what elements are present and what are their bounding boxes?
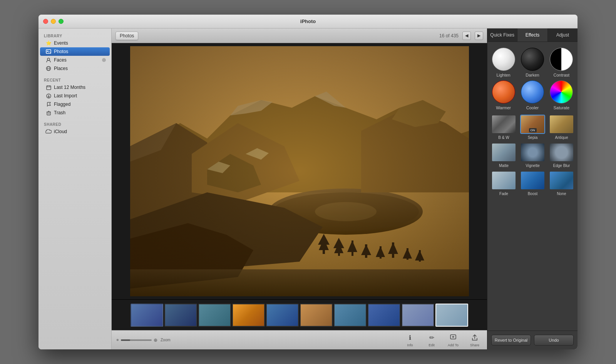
- filmstrip-thumb[interactable]: [266, 304, 299, 327]
- revert-button[interactable]: Revert to Original: [491, 335, 531, 346]
- filmstrip-thumb[interactable]: [402, 304, 434, 327]
- saturate-ball: [550, 80, 573, 104]
- darken-ball: [521, 48, 544, 71]
- filmstrip-thumb[interactable]: [334, 304, 367, 327]
- edit-button[interactable]: ✏ Edit: [424, 333, 439, 347]
- effect-saturate[interactable]: Saturate: [549, 80, 574, 110]
- filter-sepia-label: Sepia: [528, 135, 538, 140]
- sidebar-item-places[interactable]: Places: [40, 64, 110, 73]
- sidebar-item-icloud[interactable]: iCloud: [40, 127, 110, 136]
- info-icon: ℹ: [405, 333, 415, 342]
- sidebar-item-events[interactable]: ⭐ Events: [40, 39, 110, 47]
- filter-boost[interactable]: Boost: [520, 171, 545, 196]
- window-title: iPhoto: [300, 18, 316, 24]
- effect-cooler[interactable]: Cooler: [520, 80, 544, 110]
- next-photo-button[interactable]: ▶: [475, 32, 483, 40]
- filter-antique[interactable]: Antique: [549, 115, 574, 140]
- flag-icon: [45, 101, 52, 107]
- zoom-control: ⊕ ⊕: [116, 337, 157, 343]
- effect-lighten[interactable]: Lighten: [491, 48, 516, 77]
- effect-warmer[interactable]: Warmer: [491, 80, 516, 110]
- filmstrip-thumb[interactable]: [368, 304, 400, 327]
- filter-matte-thumb: [491, 143, 516, 162]
- tab-adjust[interactable]: Adjust: [548, 28, 578, 42]
- filmstrip: [112, 299, 487, 330]
- filter-matte-label: Matte: [499, 164, 509, 168]
- filmstrip-thumb[interactable]: [300, 304, 333, 327]
- sidebar-item-lastimport[interactable]: Last Import: [40, 92, 110, 100]
- minimize-button[interactable]: [51, 19, 56, 24]
- sidebar-item-last12months[interactable]: Last 12 Months: [40, 83, 110, 92]
- filter-boost-label: Boost: [528, 192, 538, 196]
- svg-rect-12: [47, 112, 50, 115]
- effect-contrast[interactable]: Contrast: [549, 48, 574, 77]
- svg-rect-6: [47, 86, 51, 90]
- sidebar-item-photos[interactable]: Photos: [40, 47, 110, 56]
- addto-button[interactable]: Add To: [445, 333, 461, 347]
- filter-antique-label: Antique: [555, 135, 568, 140]
- addto-label: Add To: [448, 343, 459, 347]
- right-panel: Quick Fixes Effects Adjust Lighten: [487, 28, 578, 349]
- cloud-icon: [45, 129, 52, 135]
- filter-vignette[interactable]: Vignette: [520, 143, 545, 168]
- close-button[interactable]: [43, 19, 48, 24]
- share-label: Share: [470, 343, 479, 347]
- filmstrip-thumb-active[interactable]: [435, 304, 468, 327]
- shared-section-label: SHARED: [38, 120, 111, 127]
- zoom-label: Zoom: [161, 338, 171, 342]
- photos-tab[interactable]: Photos: [116, 32, 138, 40]
- import-icon: [45, 93, 52, 99]
- share-button[interactable]: Share: [467, 333, 482, 347]
- cooler-label: Cooler: [526, 105, 539, 110]
- filmstrip-thumb[interactable]: [232, 304, 265, 327]
- filter-edgeblur[interactable]: Edge Blur: [549, 143, 574, 168]
- zoom-min-icon: ⊕: [116, 338, 119, 342]
- filter-sepia[interactable]: ON Sepia: [520, 115, 545, 140]
- info-label: Info: [407, 343, 413, 347]
- star-icon: ⭐: [45, 40, 52, 46]
- sidebar-item-faces[interactable]: Faces: [40, 56, 110, 64]
- iphoto-window: iPhoto LIBRARY ⭐ Events Photos Faces: [38, 15, 578, 349]
- filter-fade[interactable]: Fade: [491, 171, 516, 196]
- filter-none-thumb: [549, 171, 574, 190]
- filter-bw-thumb: [491, 115, 516, 134]
- effect-darken[interactable]: Darken: [520, 48, 544, 77]
- tab-quickfixes[interactable]: Quick Fixes: [487, 28, 517, 42]
- zoom-slider[interactable]: [121, 339, 152, 341]
- filmstrip-thumb[interactable]: [131, 304, 163, 327]
- sidebar-item-label: Trash: [54, 110, 65, 115]
- sidebar-item-flagged[interactable]: Flagged: [40, 100, 110, 109]
- person-icon: [45, 57, 52, 63]
- filter-edgeblur-label: Edge Blur: [553, 164, 570, 168]
- maximize-button[interactable]: [59, 19, 64, 24]
- warmer-label: Warmer: [496, 105, 511, 110]
- photo-toolbar: Photos 16 of 435 ◀ ▶: [112, 28, 487, 43]
- filter-grid: B & W ON Sepia: [491, 115, 574, 196]
- library-section-label: LIBRARY: [38, 32, 111, 39]
- filter-none[interactable]: None: [549, 171, 574, 196]
- filter-matte[interactable]: Matte: [491, 143, 516, 168]
- next-arrow-icon: ▶: [477, 33, 480, 38]
- panel-content: Lighten Darken Contrast Warmer: [487, 42, 578, 331]
- sidebar-item-trash[interactable]: Trash: [40, 109, 110, 117]
- addto-icon: [449, 333, 458, 342]
- calendar-icon: [45, 84, 52, 90]
- panel-bottom: Revert to Original Undo: [487, 331, 578, 349]
- photo-icon: [45, 48, 52, 55]
- cooler-ball: [521, 80, 544, 104]
- prev-arrow-icon: ◀: [465, 33, 468, 38]
- prev-photo-button[interactable]: ◀: [462, 32, 471, 40]
- tab-effects[interactable]: Effects: [517, 28, 547, 42]
- edit-label: Edit: [429, 343, 435, 347]
- trash-icon: [45, 110, 52, 116]
- undo-button[interactable]: Undo: [534, 335, 574, 346]
- main-layout: LIBRARY ⭐ Events Photos Faces: [38, 28, 578, 349]
- filter-bw[interactable]: B & W: [491, 115, 516, 140]
- filmstrip-thumb[interactable]: [198, 304, 231, 327]
- info-button[interactable]: ℹ Info: [402, 333, 418, 347]
- filter-fade-thumb: [491, 171, 516, 190]
- filmstrip-thumb[interactable]: [164, 304, 197, 327]
- lighten-label: Lighten: [497, 73, 511, 77]
- filter-on-badge: ON: [529, 128, 537, 132]
- filter-vignette-thumb: [520, 143, 545, 162]
